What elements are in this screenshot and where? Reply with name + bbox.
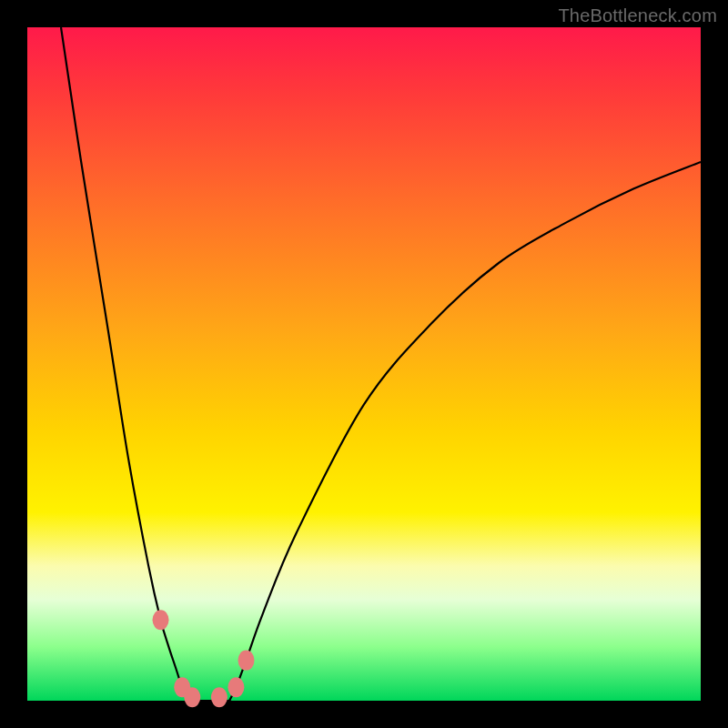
marker-point <box>153 610 169 630</box>
chart-frame: TheBottleneck.com <box>0 0 728 728</box>
marker-point <box>211 687 228 707</box>
bottleneck-curve <box>61 27 701 702</box>
curve-layer <box>27 27 701 701</box>
plot-area <box>27 27 701 701</box>
marker-point <box>184 687 200 707</box>
watermark-text: TheBottleneck.com <box>558 5 717 26</box>
marker-group <box>153 610 255 707</box>
marker-point <box>228 677 244 697</box>
marker-point <box>238 651 255 671</box>
